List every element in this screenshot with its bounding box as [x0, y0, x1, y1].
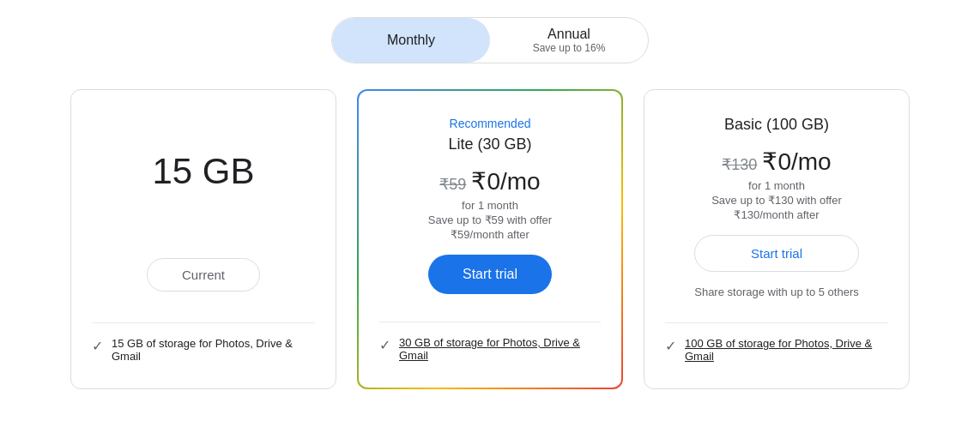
- check-icon-free: ✓: [92, 338, 103, 354]
- check-icon-basic: ✓: [665, 338, 676, 354]
- plan-card-free: 15 GB Current ✓ 15 GB of storage for Pho…: [70, 89, 336, 389]
- basic-divider: [665, 322, 888, 323]
- plans-container: 15 GB Current ✓ 15 GB of storage for Pho…: [39, 89, 941, 389]
- lite-price-after: ₹59/month after: [451, 228, 529, 241]
- basic-price-note1: for 1 month: [748, 179, 805, 192]
- annual-toggle[interactable]: Annual Save up to 16%: [490, 18, 648, 63]
- free-storage: 15 GB: [152, 116, 254, 227]
- card-top-free: 15 GB Current: [147, 116, 260, 309]
- free-feature: ✓ 15 GB of storage for Photos, Drive & G…: [92, 337, 315, 363]
- lite-price-note2: Save up to ₹59 with offer: [428, 213, 552, 226]
- card-top-basic: Basic (100 GB) ₹130 ₹0/mo for 1 month Sa…: [694, 116, 859, 309]
- basic-price-after: ₹130/month after: [734, 208, 819, 221]
- lite-feature-text[interactable]: 30 GB of storage for Photos, Drive & Gma…: [399, 336, 601, 362]
- check-icon-lite: ✓: [379, 337, 390, 353]
- lite-divider: [379, 322, 601, 322]
- basic-price-original: ₹130: [722, 155, 757, 174]
- card-top-lite: Recommended Lite (30 GB) ₹59 ₹0/mo for 1…: [428, 117, 552, 308]
- annual-label: Annual: [547, 27, 590, 42]
- annual-sublabel: Save up to 16%: [533, 42, 606, 54]
- lite-plan-name: Lite (30 GB): [448, 135, 531, 153]
- monthly-toggle[interactable]: Monthly: [332, 18, 490, 63]
- basic-feature: ✓ 100 GB of storage for Photos, Drive & …: [665, 337, 888, 363]
- share-storage-text: Share storage with up to 5 others: [694, 286, 859, 298]
- free-divider: [92, 322, 315, 323]
- basic-price-row: ₹130 ₹0/mo: [722, 147, 831, 176]
- lite-price-row: ₹59 ₹0/mo: [439, 167, 540, 195]
- lite-price-current: ₹0/mo: [471, 167, 540, 195]
- lite-feature: ✓ 30 GB of storage for Photos, Drive & G…: [379, 336, 601, 362]
- plan-card-basic: Basic (100 GB) ₹130 ₹0/mo for 1 month Sa…: [644, 89, 910, 389]
- basic-start-trial-button[interactable]: Start trial: [694, 235, 859, 272]
- recommended-label: Recommended: [450, 117, 531, 130]
- billing-toggle[interactable]: Monthly Annual Save up to 16%: [331, 17, 649, 63]
- basic-price-current: ₹0/mo: [762, 147, 831, 176]
- lite-price-note1: for 1 month: [462, 199, 518, 212]
- lite-price-original: ₹59: [439, 175, 466, 194]
- current-button[interactable]: Current: [147, 258, 260, 292]
- monthly-label: Monthly: [387, 33, 435, 48]
- basic-plan-name: Basic (100 GB): [724, 116, 829, 134]
- free-feature-text: 15 GB of storage for Photos, Drive & Gma…: [112, 337, 315, 363]
- lite-start-trial-button[interactable]: Start trial: [428, 255, 552, 294]
- basic-price-note2: Save up to ₹130 with offer: [711, 194, 842, 207]
- plan-card-lite: Recommended Lite (30 GB) ₹59 ₹0/mo for 1…: [357, 89, 623, 389]
- basic-feature-text[interactable]: 100 GB of storage for Photos, Drive & Gm…: [685, 337, 888, 363]
